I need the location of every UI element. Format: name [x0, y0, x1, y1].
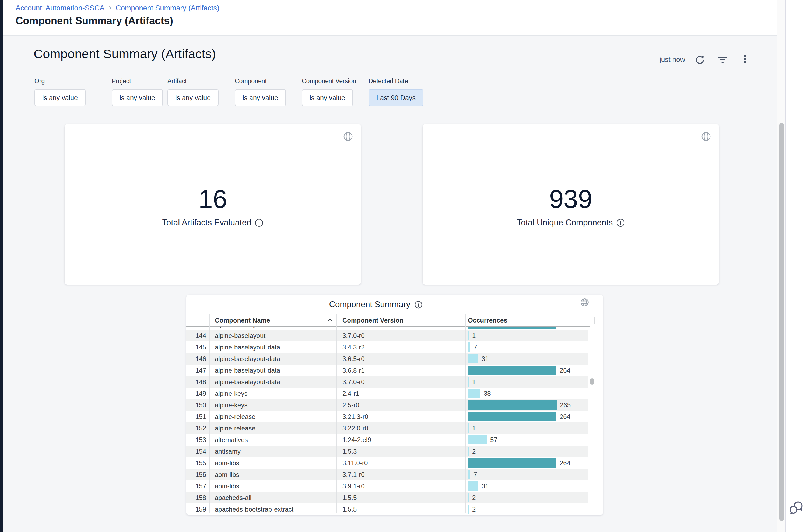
occurrences-bar [468, 342, 470, 352]
row-index: 155 [186, 457, 206, 469]
occurrences-bar [468, 493, 469, 502]
table-row[interactable]: 146alpine-baselayout-data3.6.5-r031 [186, 353, 588, 364]
row-index: 156 [186, 469, 206, 480]
row-index: 151 [186, 411, 206, 422]
table-row[interactable]: 152alpine-release3.22.0-r01 [186, 422, 588, 434]
component-version-cell: 2.4-r1 [342, 388, 359, 399]
globe-icon [701, 131, 711, 142]
dashboard-title: Component Summary (Artifacts) [34, 46, 216, 61]
occurrences-value: 7 [474, 469, 477, 480]
component-version-cell: 3.7.1-r0 [342, 469, 365, 480]
filter-org-value-button[interactable]: is any value [35, 89, 85, 106]
table-scrollbar-thumb[interactable] [590, 378, 594, 385]
total-artifacts-value: 16 [64, 184, 361, 214]
sort-asc-icon [327, 317, 333, 324]
occurrences-value: 1 [472, 376, 476, 388]
row-index: 150 [186, 399, 206, 411]
occurrences-value: 264 [560, 327, 570, 330]
component-version-cell: 3.4.3-r2 [342, 341, 365, 353]
filter-component-value-button[interactable]: is any value [235, 89, 286, 106]
page-scrollbar-thumb[interactable] [779, 123, 784, 521]
refresh-button[interactable] [694, 54, 706, 66]
column-header-component-version[interactable]: Component Version [342, 315, 404, 326]
table-row[interactable]: 143alpine-baselayout3.6.8-r1264 [186, 327, 588, 330]
occurrences-bar [468, 435, 487, 444]
kebab-menu-icon [744, 54, 746, 64]
component-version-cell: 3.7.0-r0 [342, 376, 365, 388]
occurrences-bar [468, 400, 557, 410]
row-index: 149 [186, 388, 206, 399]
table-row[interactable]: 154antisamy1.5.32 [186, 445, 588, 457]
table-row[interactable]: 151alpine-release3.21.3-r0264 [186, 411, 588, 422]
right-gutter [786, 0, 807, 532]
component-name-cell: apacheds-all [215, 492, 251, 504]
occurrences-value: 38 [484, 388, 491, 399]
column-header-occurrences[interactable]: Occurrences [468, 315, 507, 326]
row-index: 147 [186, 364, 206, 376]
table-row[interactable]: 147alpine-baselayout-data3.6.8-r1264 [186, 364, 588, 376]
filter-org: Org is any value [35, 78, 85, 106]
table-row[interactable]: 157aom-libs3.9.1-r031 [186, 480, 588, 492]
component-summary-table-card: Component Summary Component Name Compone… [186, 295, 603, 515]
column-header-component-name[interactable]: Component Name [215, 315, 270, 326]
row-index: 157 [186, 480, 206, 492]
table-row[interactable]: 144alpine-baselayout3.7.0-r01 [186, 330, 588, 341]
filter-label: Detected Date [368, 78, 423, 85]
occurrences-value: 265 [560, 399, 571, 411]
component-version-cell: 1.5.5 [342, 492, 357, 504]
occurrences-bar [468, 412, 556, 421]
breadcrumb-page-link[interactable]: Component Summary (Artifacts) [116, 4, 220, 13]
info-icon [616, 218, 625, 227]
component-version-cell: 3.7.0-r0 [342, 330, 365, 341]
component-name-cell: alpine-baselayout-data [215, 341, 280, 353]
component-version-cell: 3.11.0-r0 [342, 457, 368, 469]
row-index: 145 [186, 341, 206, 353]
table-row[interactable]: 153alternatives1.24-2.el957 [186, 434, 588, 445]
total-unique-components-value: 939 [423, 184, 719, 214]
occurrences-value: 2 [472, 504, 476, 515]
component-name-cell: alpine-baselayout [215, 330, 265, 341]
info-icon [255, 218, 263, 227]
component-version-cell: 3.21.3-r0 [342, 411, 368, 422]
component-version-cell: 3.6.5-r0 [342, 353, 365, 364]
dashboard-actions-menu-button[interactable] [739, 53, 751, 65]
row-index: 158 [186, 492, 206, 504]
component-version-cell: 3.22.0-r0 [342, 422, 368, 434]
filter-project-value-button[interactable]: is any value [112, 89, 163, 106]
table-row[interactable]: 149alpine-keys2.4-r138 [186, 388, 588, 399]
filter-artifact-value-button[interactable]: is any value [168, 89, 218, 106]
dashboard-filters-button[interactable] [716, 54, 728, 66]
table-row[interactable]: 158apacheds-all1.5.52 [186, 492, 588, 504]
header-separator-line [186, 326, 590, 327]
table-row[interactable]: 145alpine-baselayout-data3.4.3-r27 [186, 341, 588, 353]
table-row[interactable]: 156aom-libs3.7.1-r07 [186, 469, 588, 480]
occurrences-bar [468, 470, 470, 479]
filter-project: Project is any value [112, 78, 163, 106]
component-version-cell: 3.6.8-r1 [342, 327, 365, 330]
table-title: Component Summary [329, 300, 410, 309]
table-row[interactable]: 155aom-libs3.11.0-r0264 [186, 457, 588, 469]
table-row[interactable]: 159apacheds-bootstrap-extract1.5.52 [186, 504, 588, 515]
component-version-cell: 3.6.8-r1 [342, 364, 365, 376]
occurrences-bar [468, 331, 469, 340]
globe-icon [343, 131, 353, 142]
component-name-cell: aom-libs [215, 457, 239, 469]
total-artifacts-label: Total Artifacts Evaluated [162, 218, 251, 228]
breadcrumb-account-link[interactable]: Account: Automation-SSCA [16, 4, 104, 13]
collapsed-nav-strip [0, 0, 3, 532]
row-index: 153 [186, 434, 206, 445]
chat-help-button[interactable] [789, 501, 804, 516]
filter-detected-date-value-button[interactable]: Last 90 Days [368, 89, 423, 106]
filter-component-version-value-button[interactable]: is any value [302, 89, 353, 106]
filter-label: Project [112, 78, 163, 85]
row-index: 154 [186, 445, 206, 457]
occurrences-value: 2 [472, 492, 476, 504]
breadcrumb: Account: Automation-SSCA › Component Sum… [16, 4, 219, 13]
table-row[interactable]: 150alpine-keys2.5-r0265 [186, 399, 588, 411]
occurrences-bar [468, 389, 480, 398]
table-row[interactable]: 148alpine-baselayout-data3.7.0-r01 [186, 376, 588, 388]
info-icon [415, 301, 422, 308]
chat-bubbles-icon [789, 501, 804, 516]
component-name-cell: alpine-baselayout-data [215, 364, 280, 376]
occurrences-value: 2 [472, 445, 476, 457]
